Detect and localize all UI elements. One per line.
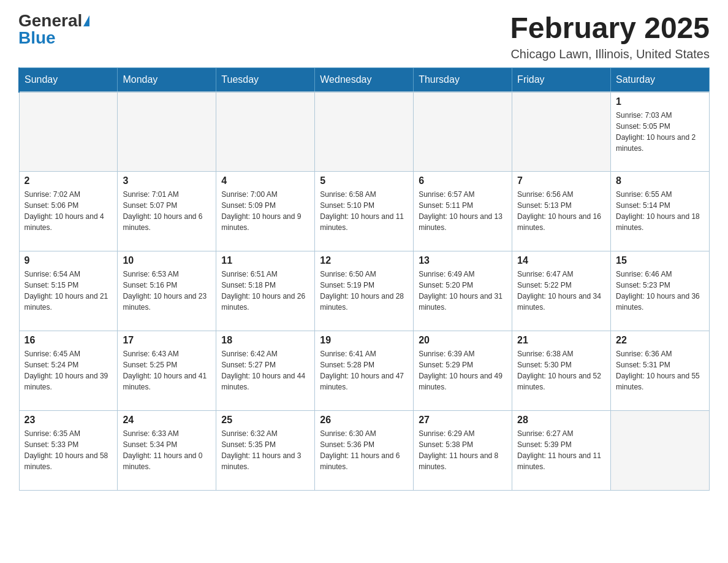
calendar-cell: 16Sunrise: 6:45 AMSunset: 5:24 PMDayligh… bbox=[19, 331, 118, 411]
day-number: 9 bbox=[25, 255, 113, 266]
logo-blue-text: Blue bbox=[18, 29, 56, 47]
weekday-header-tuesday: Tuesday bbox=[216, 67, 315, 92]
day-info: Sunrise: 6:56 AMSunset: 5:13 PMDaylight:… bbox=[517, 189, 605, 233]
calendar-cell: 21Sunrise: 6:38 AMSunset: 5:30 PMDayligh… bbox=[512, 331, 611, 411]
calendar-cell: 6Sunrise: 6:57 AMSunset: 5:11 PMDaylight… bbox=[414, 172, 512, 251]
day-info: Sunrise: 6:30 AMSunset: 5:36 PMDaylight:… bbox=[320, 428, 408, 472]
calendar-header: SundayMondayTuesdayWednesdayThursdayFrid… bbox=[19, 67, 710, 92]
day-number: 7 bbox=[517, 175, 605, 186]
day-info: Sunrise: 6:53 AMSunset: 5:16 PMDaylight:… bbox=[123, 269, 211, 313]
calendar-cell bbox=[19, 92, 118, 172]
title-area: February 2025 Chicago Lawn, Illinois, Un… bbox=[510, 12, 710, 61]
day-number: 1 bbox=[616, 96, 704, 107]
day-number: 5 bbox=[320, 175, 408, 186]
day-info: Sunrise: 6:49 AMSunset: 5:20 PMDaylight:… bbox=[419, 269, 507, 313]
calendar-cell: 13Sunrise: 6:49 AMSunset: 5:20 PMDayligh… bbox=[414, 251, 512, 331]
day-number: 10 bbox=[123, 255, 211, 266]
calendar-cell: 15Sunrise: 6:46 AMSunset: 5:23 PMDayligh… bbox=[611, 251, 710, 331]
calendar-cell: 28Sunrise: 6:27 AMSunset: 5:39 PMDayligh… bbox=[512, 411, 611, 491]
calendar-cell: 22Sunrise: 6:36 AMSunset: 5:31 PMDayligh… bbox=[611, 331, 710, 411]
calendar-cell: 9Sunrise: 6:54 AMSunset: 5:15 PMDaylight… bbox=[19, 251, 118, 331]
day-info: Sunrise: 6:43 AMSunset: 5:25 PMDaylight:… bbox=[123, 348, 211, 393]
day-info: Sunrise: 6:42 AMSunset: 5:27 PMDaylight:… bbox=[221, 348, 309, 393]
logo-general-text: General bbox=[18, 12, 82, 29]
day-number: 28 bbox=[517, 415, 605, 426]
weekday-header-saturday: Saturday bbox=[611, 67, 710, 92]
calendar-cell: 25Sunrise: 6:32 AMSunset: 5:35 PMDayligh… bbox=[216, 411, 315, 491]
day-info: Sunrise: 7:01 AMSunset: 5:07 PMDaylight:… bbox=[123, 189, 211, 233]
day-number: 24 bbox=[123, 415, 211, 426]
calendar-week-row: 2Sunrise: 7:02 AMSunset: 5:06 PMDaylight… bbox=[19, 172, 710, 251]
calendar-table: SundayMondayTuesdayWednesdayThursdayFrid… bbox=[18, 67, 710, 491]
logo-triangle-icon bbox=[83, 15, 89, 26]
calendar-cell: 2Sunrise: 7:02 AMSunset: 5:06 PMDaylight… bbox=[19, 172, 118, 251]
calendar-cell: 19Sunrise: 6:41 AMSunset: 5:28 PMDayligh… bbox=[315, 331, 414, 411]
calendar-week-row: 16Sunrise: 6:45 AMSunset: 5:24 PMDayligh… bbox=[19, 331, 710, 411]
calendar-cell bbox=[512, 92, 611, 172]
weekday-header-wednesday: Wednesday bbox=[315, 67, 414, 92]
calendar-cell: 26Sunrise: 6:30 AMSunset: 5:36 PMDayligh… bbox=[315, 411, 414, 491]
weekday-header-row: SundayMondayTuesdayWednesdayThursdayFrid… bbox=[19, 67, 710, 92]
day-info: Sunrise: 6:54 AMSunset: 5:15 PMDaylight:… bbox=[25, 269, 113, 313]
day-number: 3 bbox=[123, 175, 211, 186]
page-title: February 2025 bbox=[510, 12, 710, 45]
day-number: 21 bbox=[517, 335, 605, 346]
calendar-cell: 12Sunrise: 6:50 AMSunset: 5:19 PMDayligh… bbox=[315, 251, 414, 331]
day-info: Sunrise: 6:58 AMSunset: 5:10 PMDaylight:… bbox=[320, 189, 408, 233]
day-number: 12 bbox=[320, 255, 408, 266]
calendar-cell: 1Sunrise: 7:03 AMSunset: 5:05 PMDaylight… bbox=[611, 92, 710, 172]
day-number: 4 bbox=[221, 175, 309, 186]
day-number: 19 bbox=[320, 335, 408, 346]
calendar-cell: 17Sunrise: 6:43 AMSunset: 5:25 PMDayligh… bbox=[118, 331, 216, 411]
day-number: 14 bbox=[517, 255, 605, 266]
day-info: Sunrise: 6:47 AMSunset: 5:22 PMDaylight:… bbox=[517, 269, 605, 313]
day-info: Sunrise: 6:51 AMSunset: 5:18 PMDaylight:… bbox=[221, 269, 309, 313]
calendar-cell bbox=[216, 92, 315, 172]
day-number: 23 bbox=[25, 415, 113, 426]
day-info: Sunrise: 6:39 AMSunset: 5:29 PMDaylight:… bbox=[419, 348, 507, 393]
calendar-cell: 20Sunrise: 6:39 AMSunset: 5:29 PMDayligh… bbox=[414, 331, 512, 411]
day-info: Sunrise: 6:38 AMSunset: 5:30 PMDaylight:… bbox=[517, 348, 605, 393]
day-info: Sunrise: 7:00 AMSunset: 5:09 PMDaylight:… bbox=[221, 189, 309, 233]
calendar-cell: 10Sunrise: 6:53 AMSunset: 5:16 PMDayligh… bbox=[118, 251, 216, 331]
day-number: 13 bbox=[419, 255, 507, 266]
day-number: 20 bbox=[419, 335, 507, 346]
calendar-cell bbox=[611, 411, 710, 491]
day-info: Sunrise: 6:35 AMSunset: 5:33 PMDaylight:… bbox=[25, 428, 113, 472]
day-info: Sunrise: 6:32 AMSunset: 5:35 PMDaylight:… bbox=[221, 428, 309, 472]
weekday-header-sunday: Sunday bbox=[19, 67, 118, 92]
logo: General Blue bbox=[18, 12, 89, 47]
day-number: 15 bbox=[616, 255, 704, 266]
day-info: Sunrise: 6:57 AMSunset: 5:11 PMDaylight:… bbox=[419, 189, 507, 233]
day-number: 22 bbox=[616, 335, 704, 346]
weekday-header-thursday: Thursday bbox=[414, 67, 512, 92]
day-number: 27 bbox=[419, 415, 507, 426]
calendar-cell: 11Sunrise: 6:51 AMSunset: 5:18 PMDayligh… bbox=[216, 251, 315, 331]
day-number: 2 bbox=[25, 175, 113, 186]
calendar-cell: 14Sunrise: 6:47 AMSunset: 5:22 PMDayligh… bbox=[512, 251, 611, 331]
day-info: Sunrise: 6:29 AMSunset: 5:38 PMDaylight:… bbox=[419, 428, 507, 472]
day-number: 17 bbox=[123, 335, 211, 346]
day-info: Sunrise: 6:46 AMSunset: 5:23 PMDaylight:… bbox=[616, 269, 704, 313]
calendar-body: 1Sunrise: 7:03 AMSunset: 5:05 PMDaylight… bbox=[19, 92, 710, 491]
day-info: Sunrise: 6:50 AMSunset: 5:19 PMDaylight:… bbox=[320, 269, 408, 313]
page-header: General Blue February 2025 Chicago Lawn,… bbox=[18, 12, 710, 61]
day-number: 25 bbox=[221, 415, 309, 426]
day-info: Sunrise: 6:36 AMSunset: 5:31 PMDaylight:… bbox=[616, 348, 704, 393]
calendar-cell: 3Sunrise: 7:01 AMSunset: 5:07 PMDaylight… bbox=[118, 172, 216, 251]
calendar-cell bbox=[315, 92, 414, 172]
day-info: Sunrise: 7:02 AMSunset: 5:06 PMDaylight:… bbox=[25, 189, 113, 233]
calendar-cell: 24Sunrise: 6:33 AMSunset: 5:34 PMDayligh… bbox=[118, 411, 216, 491]
day-number: 8 bbox=[616, 175, 704, 186]
calendar-week-row: 9Sunrise: 6:54 AMSunset: 5:15 PMDaylight… bbox=[19, 251, 710, 331]
day-info: Sunrise: 6:55 AMSunset: 5:14 PMDaylight:… bbox=[616, 189, 704, 233]
calendar-cell: 23Sunrise: 6:35 AMSunset: 5:33 PMDayligh… bbox=[19, 411, 118, 491]
day-number: 11 bbox=[221, 255, 309, 266]
calendar-cell: 4Sunrise: 7:00 AMSunset: 5:09 PMDaylight… bbox=[216, 172, 315, 251]
weekday-header-friday: Friday bbox=[512, 67, 611, 92]
calendar-cell: 27Sunrise: 6:29 AMSunset: 5:38 PMDayligh… bbox=[414, 411, 512, 491]
calendar-week-row: 1Sunrise: 7:03 AMSunset: 5:05 PMDaylight… bbox=[19, 92, 710, 172]
calendar-week-row: 23Sunrise: 6:35 AMSunset: 5:33 PMDayligh… bbox=[19, 411, 710, 491]
day-number: 18 bbox=[221, 335, 309, 346]
weekday-header-monday: Monday bbox=[118, 67, 216, 92]
